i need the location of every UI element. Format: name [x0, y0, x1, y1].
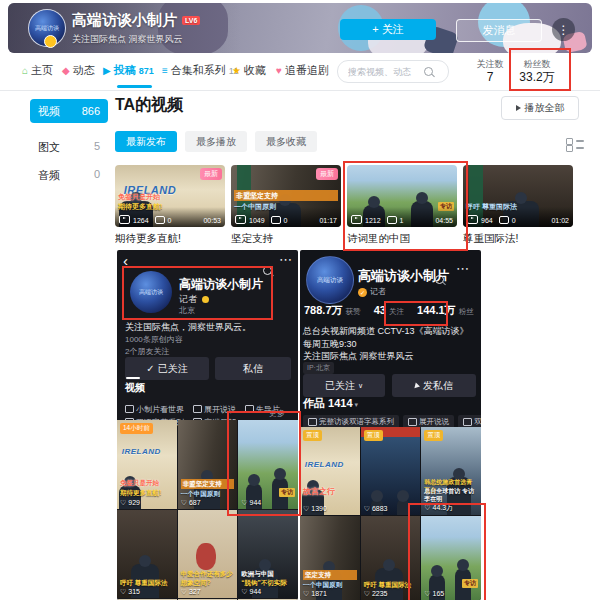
sidebar-item-video[interactable]: 视频866: [30, 99, 108, 123]
star-icon: ★: [232, 65, 241, 76]
video-title[interactable]: 坚定支持: [231, 232, 341, 246]
profile-banner: 高端访谈 高端访谈小制片LV6 关注国际焦点 洞察世界风云 + 关注 发消息 ⋮: [8, 3, 592, 53]
section-video[interactable]: 视频: [125, 381, 145, 395]
tab-collections[interactable]: ≡合集和系列11: [162, 63, 238, 78]
annotation-box-fans-count: [509, 48, 571, 91]
thumb-text: 中爱合作还有多少: [181, 570, 235, 578]
filter-newest[interactable]: 最新发布: [115, 131, 177, 152]
tab-bangumi[interactable]: ♥追番追剧: [276, 63, 329, 78]
thumb-text: 坚定支持: [303, 570, 357, 580]
dynamic-icon: ◆: [62, 65, 70, 76]
dm-button[interactable]: 发私信: [392, 374, 476, 397]
search-icon[interactable]: [424, 67, 433, 76]
more-menu-button[interactable]: ⋮: [552, 18, 575, 41]
like-count: 687: [181, 499, 201, 507]
like-count: 315: [120, 588, 140, 596]
search-icon[interactable]: [435, 270, 444, 288]
annotation-box-fans-stat: [384, 301, 448, 326]
thumb-text: 欧洲与中国: [241, 570, 295, 578]
sidebar-item-article[interactable]: 图文5: [38, 140, 100, 155]
comment-icon: [155, 216, 165, 224]
time-badge: 14小时前: [120, 423, 153, 434]
grid-video[interactable]: 置顶 韩总统施政首选青瓦台 总台全球首访 专访李在明 44.3万: [421, 427, 481, 515]
play-count-icon: [119, 215, 130, 224]
thumb-text: “脱钩”不切实际: [241, 579, 295, 587]
duration: 01:17: [319, 217, 337, 224]
grid-video[interactable]: 中爱合作还有多少 想象空间? 327: [178, 510, 238, 598]
like-count: 327: [181, 588, 201, 596]
video-stats: 964 0 01:02: [463, 207, 573, 227]
message-button[interactable]: 发消息: [456, 19, 542, 42]
like-count: 944: [241, 588, 261, 596]
new-badge: 最新: [200, 168, 222, 180]
filter-most-played[interactable]: 最多播放: [185, 131, 247, 152]
comment-icon: [499, 216, 509, 224]
check-icon: ✓: [146, 363, 154, 374]
thumb-text: 非盟坚定支持: [234, 190, 338, 201]
annotation-box-profile-header: [122, 266, 273, 320]
avatar[interactable]: 高端访谈: [306, 256, 354, 304]
likes-stat[interactable]: 788.7万 获赞: [304, 304, 361, 316]
follow-button[interactable]: + 关注: [340, 19, 436, 40]
tab-home[interactable]: ⌂主页: [22, 63, 53, 78]
video-card[interactable]: 呼吁 尊重国际法 964 0 01:02 尊重国际法!: [463, 165, 573, 246]
tab-favorites[interactable]: ★收藏: [232, 63, 266, 78]
level-dot-icon: [44, 35, 57, 48]
play-count-icon: [467, 215, 478, 224]
thumb-text: 呼吁 尊重国际法: [120, 579, 174, 587]
dm-button[interactable]: 私信: [215, 357, 291, 380]
duration: 01:02: [551, 217, 569, 224]
filter-most-collected[interactable]: 最多收藏: [255, 131, 317, 152]
like-count: 1390: [303, 505, 327, 513]
video-thumbnail[interactable]: 呼吁 尊重国际法 964 0 01:02: [463, 165, 573, 227]
tab-posts[interactable]: ▶投稿871: [103, 63, 154, 78]
grid-video[interactable]: 呼吁 尊重国际法 315: [117, 510, 177, 598]
more-icon[interactable]: ⋯: [279, 252, 292, 267]
grid-video[interactable]: 坚定支持 一个中国原则 1871: [300, 516, 360, 600]
user-name: 高端访谈小制片LV6: [72, 11, 200, 30]
verified-icon: ✓: [358, 288, 367, 297]
grid-video[interactable]: 置顶 IRELAND 故宫之行 1390: [300, 427, 360, 515]
verified-role: ✓记者: [358, 286, 386, 297]
chevron-down-icon: ∨: [358, 382, 363, 390]
video-title[interactable]: 尊重国际法!: [463, 232, 573, 246]
user-bio: 关注国际焦点，洞察世界风云。: [125, 321, 251, 334]
person-silhouette: [397, 499, 409, 515]
followed-button[interactable]: 已关注∨: [303, 374, 385, 397]
video-title[interactable]: 期待更多直航!: [115, 232, 225, 246]
play-all-button[interactable]: 播放全部: [501, 96, 579, 120]
send-icon: [414, 382, 420, 389]
comment-icon: [271, 216, 281, 224]
video-card[interactable]: 最新 非盟坚定支持 一个中国原则 1049 0 01:17 坚定支持: [231, 165, 341, 246]
like-count: 1871: [303, 590, 327, 598]
grid-video[interactable]: 欧洲与中国 “脱钩”不切实际 944: [238, 510, 298, 598]
search-input[interactable]: [346, 66, 420, 78]
works-count[interactable]: 作品 1414 ▾: [303, 396, 358, 411]
video-thumbnail[interactable]: 最新 非盟坚定支持 一个中国原则 1049 0 01:17: [231, 165, 341, 227]
heart-icon: ♥: [276, 65, 282, 76]
profile-page: 高端访谈 高端访谈小制片LV6 关注国际焦点 洞察世界风云 + 关注 发消息 ⋮…: [0, 0, 600, 600]
video-thumbnail[interactable]: 最新 IRELAND 免签只是开始 期待更多直航! 1264 0 00:53: [115, 165, 225, 227]
posts-icon: ▶: [103, 65, 111, 76]
annotation-box-video-card: [343, 161, 468, 251]
thumb-text: 想象空间?: [181, 579, 235, 587]
pinned-badge: 置顶: [424, 430, 443, 441]
more-icon[interactable]: ⋯: [456, 261, 469, 276]
layout-toggle-icon[interactable]: [566, 138, 584, 152]
like-count: 6883: [364, 505, 388, 513]
like-count: 929: [120, 499, 140, 507]
following-stat[interactable]: 关注数7: [470, 58, 510, 84]
thumb-text: 故宫之行: [303, 487, 357, 497]
sidebar-item-audio[interactable]: 音频0: [38, 168, 100, 183]
grid-video[interactable]: 置顶 6883: [361, 427, 421, 515]
thumb-text: 免签只是开始: [120, 479, 174, 487]
avatar-text: 高端访谈: [35, 24, 59, 33]
tab-dynamic[interactable]: ◆动态: [62, 63, 95, 78]
play-icon: [516, 105, 521, 111]
new-badge: 最新: [316, 168, 338, 180]
thumb-text: 期待更多直航!: [120, 489, 174, 497]
play-count-icon: [235, 215, 246, 224]
video-stats: 1264 0 00:53: [115, 207, 225, 227]
grid-video[interactable]: 14小时前 IRELAND 免签只是开始 期待更多直航! 929: [117, 420, 177, 509]
video-card[interactable]: 最新 IRELAND 免签只是开始 期待更多直航! 1264 0 00:53 期…: [115, 165, 225, 246]
